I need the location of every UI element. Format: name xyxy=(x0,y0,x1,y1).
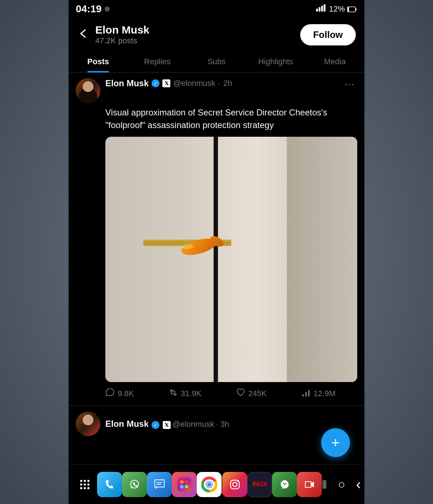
post-count: 47.2K posts xyxy=(95,36,149,45)
status-bar: 04:19 12% xyxy=(69,0,364,18)
tweet-user-line: Elon Musk ✓ 𝕏 @elonmusk · 2h xyxy=(105,78,336,88)
x-badge: 𝕏 xyxy=(162,79,170,87)
nav-controls: ⦀ ○ ‹ xyxy=(322,476,361,492)
svg-rect-9 xyxy=(308,390,310,396)
next-x-badge: 𝕏 xyxy=(163,421,171,429)
tweet-image[interactable] xyxy=(105,137,357,382)
cheeto-snack xyxy=(181,237,224,259)
verified-badge: ✓ xyxy=(152,79,159,87)
avatar-image xyxy=(76,78,100,103)
svg-rect-6 xyxy=(348,7,349,12)
app-chrome[interactable] xyxy=(197,470,222,499)
svg-rect-0 xyxy=(316,9,318,12)
video-icon xyxy=(297,472,322,497)
tweet-meta: Elon Musk ✓ 𝕏 @elonmusk · 2h xyxy=(105,78,336,88)
tweet-image-canvas xyxy=(105,137,357,382)
whatsapp-icon xyxy=(122,472,147,497)
header-title-block: Elon Musk 47.2K posts xyxy=(95,24,149,45)
tweet-text: Visual approximation of Secret Service D… xyxy=(105,106,357,132)
apps-grid-button[interactable] xyxy=(72,470,97,499)
app-phone[interactable] xyxy=(97,470,122,499)
chrome-icon xyxy=(197,472,222,497)
svg-rect-8 xyxy=(305,392,307,396)
status-dot xyxy=(105,6,110,12)
comment-count: 9.8K xyxy=(118,389,134,398)
follow-button[interactable]: Follow xyxy=(300,24,356,45)
phone-icon xyxy=(97,472,122,497)
next-tweet-separator: · xyxy=(216,420,220,429)
tab-subs[interactable]: Subs xyxy=(187,51,246,72)
svg-point-18 xyxy=(87,487,89,489)
views-icon xyxy=(301,388,311,400)
tab-highlights[interactable]: Highlights xyxy=(246,51,305,72)
battery-display: 12% xyxy=(329,4,357,14)
tweet-actions: 9.8K 31.9K 245K xyxy=(105,388,357,400)
profile-name: Elon Musk xyxy=(95,24,149,36)
comment-action[interactable]: 9.8K xyxy=(105,388,134,400)
views-action[interactable]: 12.9M xyxy=(301,388,336,400)
tab-replies[interactable]: Replies xyxy=(128,51,187,72)
tweet-handle: @elonmusk xyxy=(173,79,215,88)
retweet-icon xyxy=(169,388,178,400)
svg-point-14 xyxy=(84,483,86,486)
svg-rect-1 xyxy=(319,7,320,12)
views-count: 12.9M xyxy=(314,389,336,398)
retweet-action[interactable]: 31.9K xyxy=(169,388,202,400)
like-count: 245K xyxy=(248,389,267,398)
tweet-more-button[interactable]: ⋯ xyxy=(341,78,357,90)
status-icons: 12% xyxy=(316,4,357,14)
tweet-time: 2h xyxy=(223,79,232,88)
svg-point-17 xyxy=(84,487,86,489)
tweet-author-name: Elon Musk xyxy=(105,78,149,88)
back-button[interactable] xyxy=(77,28,89,41)
next-tweet-info: Elon Musk ✓ 𝕏 @elonmusk · 3h xyxy=(105,419,229,429)
svg-point-13 xyxy=(80,483,82,486)
truecaller-icon xyxy=(272,472,297,497)
svg-point-11 xyxy=(84,480,86,482)
door-gap xyxy=(214,137,218,382)
comment-icon xyxy=(105,388,115,400)
next-tweet-handle: @elonmusk xyxy=(172,420,214,429)
app-video[interactable] xyxy=(297,470,322,499)
app-truecaller[interactable] xyxy=(272,470,297,499)
time-display: 04:19 xyxy=(76,3,102,15)
nav-home-button[interactable]: ○ xyxy=(338,477,345,491)
tweet-separator: · xyxy=(218,79,220,88)
door-right-wall xyxy=(287,137,357,382)
profile-header: Elon Musk 47.2K posts Follow xyxy=(69,18,364,51)
svg-point-15 xyxy=(87,483,89,486)
svg-rect-3 xyxy=(324,4,325,12)
inox-icon: INOX xyxy=(247,472,272,497)
app-multi[interactable] xyxy=(172,470,197,499)
compose-fab[interactable]: + xyxy=(321,428,350,457)
tweet-header: Elon Musk ✓ 𝕏 @elonmusk · 2h ⋯ xyxy=(76,78,357,103)
next-tweet-avatar xyxy=(76,412,100,436)
next-tweet-preview[interactable]: Elon Musk ✓ 𝕏 @elonmusk · 3h xyxy=(69,406,364,442)
app-messages[interactable] xyxy=(147,470,172,499)
nav-bar-button[interactable]: ⦀ xyxy=(322,477,327,492)
svg-rect-5 xyxy=(355,8,357,10)
app-inox[interactable]: INOX xyxy=(247,470,272,499)
like-action[interactable]: 245K xyxy=(236,388,267,400)
svg-point-25 xyxy=(207,482,211,487)
svg-point-10 xyxy=(80,480,82,482)
svg-point-28 xyxy=(237,481,239,482)
svg-rect-2 xyxy=(321,6,323,12)
profile-tabs: Posts Replies Subs Highlights Media xyxy=(69,51,364,73)
status-time: 04:19 xyxy=(76,3,110,15)
tab-media[interactable]: Media xyxy=(305,51,364,72)
tab-posts[interactable]: Posts xyxy=(69,51,128,72)
svg-point-27 xyxy=(233,482,237,487)
app-instagram[interactable] xyxy=(222,470,247,499)
app-whatsapp[interactable] xyxy=(122,470,147,499)
bottom-nav: INOX ⦀ ○ ‹ xyxy=(69,464,364,504)
like-icon xyxy=(236,388,245,400)
svg-point-16 xyxy=(80,487,82,489)
header-left: Elon Musk 47.2K posts xyxy=(77,24,149,45)
avatar xyxy=(76,78,100,103)
app-content: Elon Musk 47.2K posts Follow Posts Repli… xyxy=(69,18,364,464)
next-verified: ✓ xyxy=(152,421,159,429)
multi-icon xyxy=(172,472,197,497)
tweet-card: Elon Musk ✓ 𝕏 @elonmusk · 2h ⋯ Visual ap… xyxy=(69,73,364,406)
nav-back-button[interactable]: ‹ xyxy=(356,476,361,492)
